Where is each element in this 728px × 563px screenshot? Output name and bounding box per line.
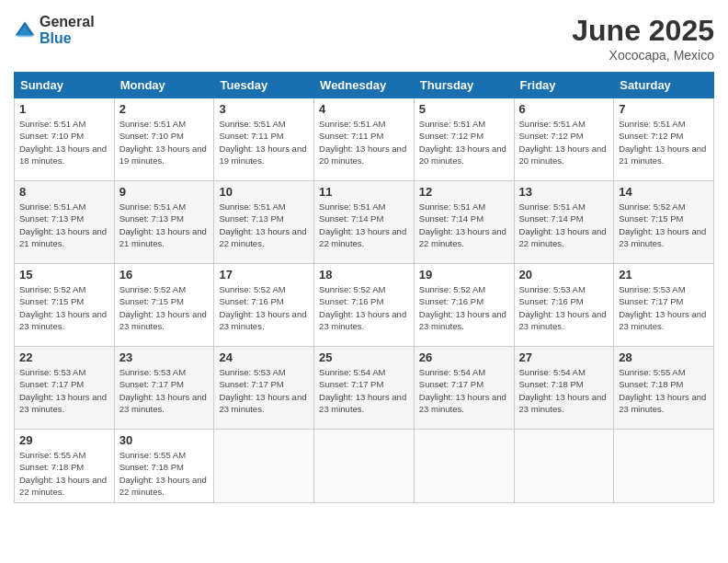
day-info: Sunrise: 5:51 AM Sunset: 7:11 PM Dayligh… [219,118,309,167]
day-info: Sunrise: 5:52 AM Sunset: 7:15 PM Dayligh… [619,201,709,249]
day-number: 1 [19,102,109,116]
day-info: Sunrise: 5:55 AM Sunset: 7:18 PM Dayligh… [619,366,709,415]
day-info: Sunrise: 5:53 AM Sunset: 7:17 PM Dayligh… [619,283,709,332]
day-info: Sunrise: 5:51 AM Sunset: 7:12 PM Dayligh… [619,118,709,167]
day-number: 18 [319,268,409,282]
day-number: 5 [419,102,509,116]
table-row: 5Sunrise: 5:51 AM Sunset: 7:12 PM Daylig… [414,98,514,181]
day-number: 27 [519,350,609,364]
day-number: 15 [19,268,109,282]
table-row: 24Sunrise: 5:53 AM Sunset: 7:17 PM Dayli… [214,347,314,430]
day-number: 19 [419,268,509,282]
day-number: 10 [219,185,309,199]
day-info: Sunrise: 5:51 AM Sunset: 7:12 PM Dayligh… [419,118,509,167]
day-number: 29 [19,433,109,447]
header-friday: Friday [514,73,614,98]
table-row: 1Sunrise: 5:51 AM Sunset: 7:10 PM Daylig… [15,98,115,181]
day-info: Sunrise: 5:52 AM Sunset: 7:15 PM Dayligh… [19,283,109,332]
day-number: 8 [19,185,109,199]
day-number: 11 [319,185,409,199]
logo: General Blue [14,14,95,47]
day-number: 4 [319,102,409,116]
day-info: Sunrise: 5:52 AM Sunset: 7:16 PM Dayligh… [219,283,309,332]
table-row: 25Sunrise: 5:54 AM Sunset: 7:17 PM Dayli… [314,347,415,430]
day-number: 26 [419,350,509,364]
day-info: Sunrise: 5:51 AM Sunset: 7:10 PM Dayligh… [19,118,109,167]
day-number: 21 [619,268,709,282]
day-info: Sunrise: 5:52 AM Sunset: 7:15 PM Dayligh… [119,283,210,332]
calendar-week-row: 8Sunrise: 5:51 AM Sunset: 7:13 PM Daylig… [15,181,714,264]
table-row: 20Sunrise: 5:53 AM Sunset: 7:16 PM Dayli… [514,264,614,347]
calendar-week-row: 29Sunrise: 5:55 AM Sunset: 7:18 PM Dayli… [15,430,714,503]
day-info: Sunrise: 5:52 AM Sunset: 7:16 PM Dayligh… [319,283,409,332]
day-info: Sunrise: 5:51 AM Sunset: 7:11 PM Dayligh… [319,118,409,167]
header-sunday: Sunday [15,73,115,98]
day-info: Sunrise: 5:51 AM Sunset: 7:14 PM Dayligh… [419,201,509,249]
day-info: Sunrise: 5:51 AM Sunset: 7:13 PM Dayligh… [119,201,210,249]
table-row [214,430,314,503]
table-row: 7Sunrise: 5:51 AM Sunset: 7:12 PM Daylig… [614,98,714,181]
day-number: 3 [219,102,309,116]
table-row: 2Sunrise: 5:51 AM Sunset: 7:10 PM Daylig… [114,98,214,181]
day-number: 16 [119,268,210,282]
table-row: 17Sunrise: 5:52 AM Sunset: 7:16 PM Dayli… [214,264,314,347]
day-info: Sunrise: 5:51 AM Sunset: 7:12 PM Dayligh… [519,118,609,167]
table-row [314,430,415,503]
table-row: 29Sunrise: 5:55 AM Sunset: 7:18 PM Dayli… [15,430,115,503]
day-info: Sunrise: 5:51 AM Sunset: 7:14 PM Dayligh… [319,201,409,249]
day-info: Sunrise: 5:53 AM Sunset: 7:17 PM Dayligh… [119,366,210,415]
table-row: 16Sunrise: 5:52 AM Sunset: 7:15 PM Dayli… [114,264,214,347]
logo-text: General Blue [40,14,95,47]
day-number: 6 [519,102,609,116]
header-tuesday: Tuesday [214,73,314,98]
day-number: 14 [619,185,709,199]
day-number: 9 [119,185,210,199]
table-row [414,430,514,503]
table-row: 27Sunrise: 5:54 AM Sunset: 7:18 PM Dayli… [514,347,614,430]
logo-general: General [40,14,95,29]
day-number: 20 [519,268,609,282]
calendar-title: June 2025 [572,14,714,48]
calendar-week-row: 15Sunrise: 5:52 AM Sunset: 7:15 PM Dayli… [15,264,714,347]
table-row: 18Sunrise: 5:52 AM Sunset: 7:16 PM Dayli… [314,264,415,347]
day-number: 23 [119,350,210,364]
day-info: Sunrise: 5:53 AM Sunset: 7:17 PM Dayligh… [19,366,109,415]
table-row: 26Sunrise: 5:54 AM Sunset: 7:17 PM Dayli… [414,347,514,430]
table-row: 23Sunrise: 5:53 AM Sunset: 7:17 PM Dayli… [114,347,214,430]
table-row: 4Sunrise: 5:51 AM Sunset: 7:11 PM Daylig… [314,98,415,181]
table-row: 14Sunrise: 5:52 AM Sunset: 7:15 PM Dayli… [614,181,714,264]
day-info: Sunrise: 5:51 AM Sunset: 7:13 PM Dayligh… [19,201,109,249]
day-number: 30 [119,433,210,447]
table-row: 22Sunrise: 5:53 AM Sunset: 7:17 PM Dayli… [15,347,115,430]
day-number: 28 [619,350,709,364]
day-info: Sunrise: 5:54 AM Sunset: 7:17 PM Dayligh… [319,366,409,415]
table-row: 6Sunrise: 5:51 AM Sunset: 7:12 PM Daylig… [514,98,614,181]
day-info: Sunrise: 5:51 AM Sunset: 7:13 PM Dayligh… [219,201,309,249]
day-info: Sunrise: 5:53 AM Sunset: 7:16 PM Dayligh… [519,283,609,332]
header-wednesday: Wednesday [314,73,415,98]
day-info: Sunrise: 5:51 AM Sunset: 7:14 PM Dayligh… [519,201,609,249]
calendar-table: Sunday Monday Tuesday Wednesday Thursday… [14,72,714,503]
table-row: 9Sunrise: 5:51 AM Sunset: 7:13 PM Daylig… [114,181,214,264]
day-number: 13 [519,185,609,199]
table-row: 19Sunrise: 5:52 AM Sunset: 7:16 PM Dayli… [414,264,514,347]
title-area: June 2025 Xococapa, Mexico [572,14,714,63]
day-number: 12 [419,185,509,199]
day-number: 17 [219,268,309,282]
day-info: Sunrise: 5:52 AM Sunset: 7:16 PM Dayligh… [419,283,509,332]
day-number: 22 [19,350,109,364]
day-info: Sunrise: 5:51 AM Sunset: 7:10 PM Dayligh… [119,118,210,167]
table-row [514,430,614,503]
calendar-week-row: 22Sunrise: 5:53 AM Sunset: 7:17 PM Dayli… [15,347,714,430]
logo-blue: Blue [40,30,72,46]
day-info: Sunrise: 5:54 AM Sunset: 7:18 PM Dayligh… [519,366,609,415]
table-row: 12Sunrise: 5:51 AM Sunset: 7:14 PM Dayli… [414,181,514,264]
table-row: 28Sunrise: 5:55 AM Sunset: 7:18 PM Dayli… [614,347,714,430]
day-info: Sunrise: 5:55 AM Sunset: 7:18 PM Dayligh… [119,449,210,498]
table-row: 3Sunrise: 5:51 AM Sunset: 7:11 PM Daylig… [214,98,314,181]
day-number: 7 [619,102,709,116]
day-info: Sunrise: 5:54 AM Sunset: 7:17 PM Dayligh… [419,366,509,415]
table-row: 21Sunrise: 5:53 AM Sunset: 7:17 PM Dayli… [614,264,714,347]
table-row: 15Sunrise: 5:52 AM Sunset: 7:15 PM Dayli… [15,264,115,347]
day-number: 2 [119,102,210,116]
